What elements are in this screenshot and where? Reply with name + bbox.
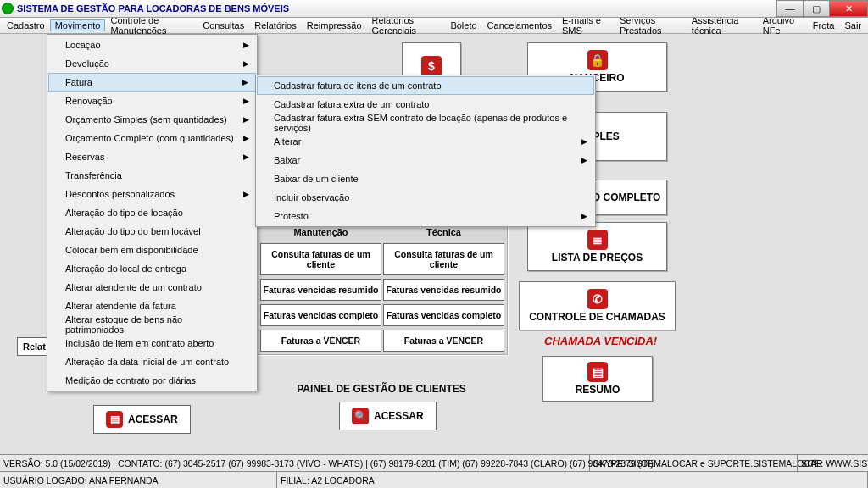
- search-icon: 🔍: [352, 408, 369, 424]
- menu-reimpress-o[interactable]: Reimpressão: [302, 19, 367, 31]
- menuitem-medi-o-de-contrato-por-di-rias[interactable]: Medição de contrato por diárias: [48, 371, 256, 390]
- fatura-btn[interactable]: Faturas vencidas completo: [260, 304, 381, 326]
- fatura-btn[interactable]: Faturas a VENCER: [260, 330, 381, 352]
- status-filial: FILIAL: A2 LOCADORA: [277, 472, 868, 488]
- chevron-right-icon: ▶: [243, 152, 249, 161]
- menuitem-alterar-atendente-de-um-contra[interactable]: Alterar atendente de um contrato: [48, 278, 256, 297]
- close-button[interactable]: ✕: [829, 0, 868, 17]
- menuitem-altera-o-do-local-de-entrega[interactable]: Alteração do local de entrega: [48, 259, 256, 278]
- menuitem-fatura[interactable]: Fatura▶: [48, 73, 256, 92]
- status-versao: VERSÃO: 5.0 (15/02/2019): [0, 455, 114, 471]
- doc-icon: ▤: [106, 411, 123, 428]
- menuitem-renova-o[interactable]: Renovação▶: [48, 92, 256, 110]
- fatura-btn[interactable]: Faturas vencidas completo: [383, 304, 504, 326]
- chevron-right-icon: ▶: [581, 137, 587, 146]
- app-icon: [2, 3, 14, 14]
- button-lista-precos[interactable]: ≣LISTA DE PREÇOS: [527, 222, 667, 271]
- workspace: $ 🔒NANCEIRO SIMPLES ORÇAMENTO COMPLETO ≣…: [0, 34, 868, 456]
- chevron-right-icon: ▶: [243, 134, 249, 142]
- list-icon: ≣: [587, 230, 608, 250]
- menuitem-altera-o-do-tipo-do-bem-loc-ve[interactable]: Alteração do tipo do bem locável: [48, 222, 256, 241]
- label: ACESSAR: [374, 410, 424, 422]
- subitem-cadastrar-fatura-extra-de-um-c[interactable]: Cadastrar fatura extra de um contrato: [257, 95, 594, 114]
- status-contato: CONTATO: (67) 3045-2517 (67) 99983-3173 …: [114, 455, 590, 471]
- label: RESUMO: [576, 384, 620, 396]
- subitem-alterar[interactable]: Alterar▶: [257, 132, 594, 151]
- menu-sair[interactable]: Sair: [839, 19, 866, 31]
- subitem-baixar-de-um-cliente[interactable]: Baixar de um cliente: [257, 169, 594, 188]
- doc-icon: ▤: [587, 362, 608, 382]
- menuitem-altera-o-da-data-inicial-de-um[interactable]: Alteração da data inicial de um contrato: [48, 352, 256, 371]
- chevron-right-icon: ▶: [243, 190, 249, 198]
- minimize-button[interactable]: —: [776, 0, 804, 17]
- fatura-btn[interactable]: Faturas a VENCER: [383, 330, 504, 352]
- label: LISTA DE PREÇOS: [552, 252, 643, 263]
- chevron-right-icon: ▶: [243, 59, 249, 68]
- window-title: SISTEMA DE GESTÃO PARA LOCADORAS DE BENS…: [17, 3, 289, 14]
- chevron-right-icon: ▶: [581, 156, 587, 164]
- menu-cancelamentos[interactable]: Cancelamentos: [482, 19, 557, 31]
- menu-cadastro[interactable]: Cadastro: [2, 19, 50, 31]
- menuitem-colocar-bem-em-disponibilidade[interactable]: Colocar bem em disponibilidade: [48, 241, 256, 259]
- subitem-cadastrar-fatura-de-itens-de-u[interactable]: Cadastrar fatura de itens de um contrato: [257, 76, 594, 95]
- phone-icon: ✆: [587, 289, 608, 309]
- menu-relat-rios[interactable]: Relatórios: [249, 19, 302, 31]
- faturas-panel: Locação, Extra e Manutenção Serviços e A…: [256, 210, 509, 356]
- label: ACESSAR: [128, 413, 178, 425]
- chevron-right-icon: ▶: [243, 97, 249, 105]
- menu-boleto[interactable]: Boleto: [445, 19, 481, 31]
- button-controle-chamadas[interactable]: ✆CONTROLE DE CHAMADAS: [519, 281, 676, 330]
- chevron-right-icon: ▶: [242, 78, 248, 86]
- fatura-btn[interactable]: Consulta faturas de um cliente: [383, 243, 504, 275]
- movimento-menu: Locação▶Devolução▶Fatura▶Renovação▶Orçam…: [47, 34, 258, 391]
- subitem-incluir-observa-o[interactable]: Incluir observação: [257, 188, 594, 207]
- menuitem-descontos-personalizados[interactable]: Descontos personalizados▶: [48, 185, 256, 203]
- chevron-right-icon: ▶: [243, 41, 249, 49]
- subitem-protesto[interactable]: Protesto▶: [257, 207, 594, 225]
- label: CONTROLE DE CHAMADAS: [529, 311, 665, 323]
- chevron-right-icon: ▶: [243, 115, 249, 124]
- menuitem-inclus-o-de-item-em-contrato-a[interactable]: Inclusão de item em contrato aberto: [48, 334, 256, 352]
- menuitem-transfer-ncia[interactable]: Transferência: [48, 166, 256, 185]
- statusbar: VERSÃO: 5.0 (15/02/2019) CONTATO: (67) 3…: [0, 454, 868, 488]
- menuitem-reservas[interactable]: Reservas▶: [48, 147, 256, 166]
- menuitem-or-amento-completo-com-quantid[interactable]: Orçamento Completo (com quantidades)▶: [48, 129, 256, 147]
- acessar-clientes-button[interactable]: 🔍ACESSAR: [339, 402, 437, 430]
- lock-icon: 🔒: [587, 50, 608, 70]
- titlebar: SISTEMA DE GESTÃO PARA LOCADORAS DE BENS…: [0, 0, 868, 18]
- menu-consultas[interactable]: Consultas: [198, 19, 249, 31]
- menuitem-devolu-o[interactable]: Devolução▶: [48, 54, 256, 73]
- painel-clientes-title: PAINEL DE GESTÃO DE CLIENTES: [288, 383, 475, 395]
- status-site: SITE: WWW.SISTEMALOCAR.COM.BR: [798, 455, 868, 471]
- chevron-right-icon: ▶: [581, 212, 587, 220]
- maximize-button[interactable]: ▢: [803, 0, 830, 17]
- subitem-baixar[interactable]: Baixar▶: [257, 151, 594, 169]
- menuitem-loca-o[interactable]: Locação▶: [48, 36, 256, 54]
- menu-movimento[interactable]: Movimento: [50, 19, 106, 31]
- status-skype: SKYPE: SISTEMALOCAR e SUPORTE.SISTEMALOC…: [590, 455, 798, 471]
- menuitem-alterar-estoque-de-bens-n-o-pa[interactable]: Alterar estoque de bens não patrimoniado…: [48, 315, 256, 334]
- chamada-vencida-alert: CHAMADA VENCIDA!: [544, 335, 657, 347]
- fatura-submenu: Cadastrar fatura de itens de um contrato…: [255, 75, 596, 227]
- fatura-btn[interactable]: Faturas vencidas resumido: [383, 279, 504, 301]
- menuitem-altera-o-do-tipo-de-loca-o[interactable]: Alteração do tipo de locação: [48, 203, 256, 222]
- fatura-btn[interactable]: Faturas vencidas resumido: [260, 279, 381, 301]
- dollar-icon: $: [421, 56, 442, 76]
- menubar: CadastroMovimentoControle de Manutenções…: [0, 18, 868, 34]
- fatura-btn[interactable]: Consulta faturas de um cliente: [260, 243, 381, 275]
- menuitem-or-amento-simples-sem-quantida[interactable]: Orçamento Simples (sem quantidades)▶: [48, 110, 256, 129]
- status-usuario: USUÁRIO LOGADO: ANA FERNANDA: [0, 472, 277, 488]
- menu-frota[interactable]: Frota: [808, 19, 840, 31]
- acessar-button-2[interactable]: ▤ACESSAR: [93, 405, 191, 434]
- button-resumo[interactable]: ▤RESUMO: [542, 356, 653, 402]
- subitem-cadastrar-fatura-extra-sem-con[interactable]: Cadastrar fatura extra SEM contrato de l…: [257, 114, 594, 132]
- menuitem-alterar-atendente-da-fatura[interactable]: Alterar atendente da fatura: [48, 297, 256, 315]
